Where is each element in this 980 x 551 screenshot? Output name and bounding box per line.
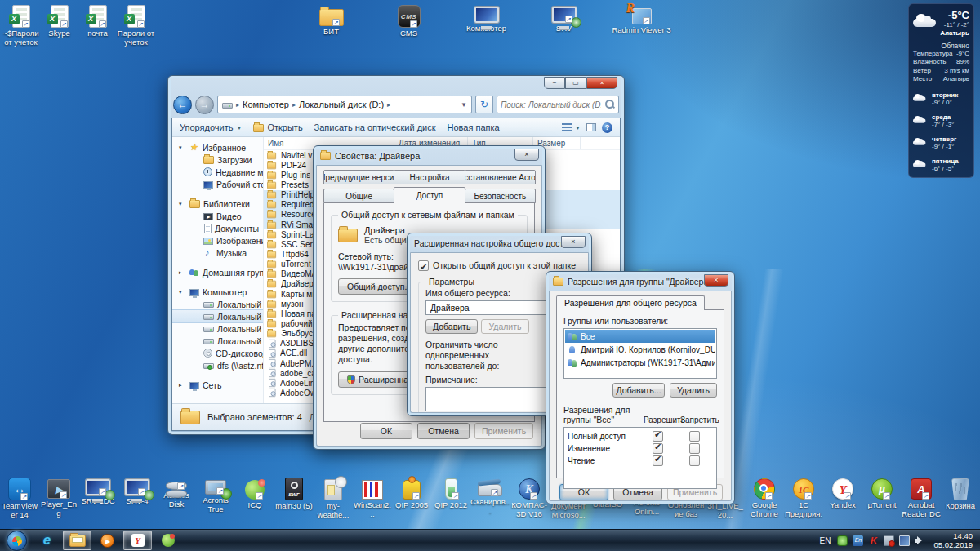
cancel-button[interactable]: Отмена — [417, 423, 470, 439]
sidebar-item[interactable]: Загрузки — [172, 153, 263, 166]
group-row[interactable]: Администраторы (WK1917-31\Администраторы… — [565, 356, 715, 369]
tree-expander-icon[interactable]: ▾ — [179, 201, 186, 207]
deny-checkbox[interactable] — [689, 455, 700, 466]
tree-expander-icon[interactable]: ▸ — [179, 382, 186, 389]
open-button[interactable]: Открыть — [253, 122, 302, 132]
sidebar-item[interactable]: ▸ Домашняя группа — [172, 266, 263, 278]
sidebar-item[interactable]: ▾ Избранное — [172, 141, 263, 153]
desktop-icon[interactable]: TeamViewer 14 — [0, 476, 39, 519]
close-button[interactable]: × — [704, 274, 728, 287]
address-dropdown-icon[interactable]: ▼ — [461, 101, 467, 109]
new-folder-button[interactable]: Новая папка — [448, 122, 500, 132]
taskbar-app-button[interactable] — [123, 531, 152, 550]
group-row[interactable]: Все — [565, 330, 715, 343]
help-button[interactable]: ? — [602, 122, 612, 133]
organize-button[interactable]: Упорядочить▼ — [180, 122, 242, 132]
tree-expander-icon[interactable]: ▸ — [179, 269, 186, 276]
sidebar-item[interactable]: Музыка — [172, 247, 263, 259]
apply-button[interactable]: Применить — [474, 423, 533, 439]
desktop-icon[interactable]: КОМПАС-3D V16 — [510, 476, 549, 519]
network-error-tray-icon[interactable] — [884, 535, 894, 546]
sidebar-item[interactable]: Локальный диск (F:) — [172, 335, 263, 347]
lang-switcher-tray-icon[interactable] — [853, 535, 863, 546]
tab[interactable]: Настройка — [394, 170, 465, 184]
antivirus-tray-icon[interactable] — [837, 535, 848, 546]
start-button[interactable] — [7, 531, 27, 551]
burn-button[interactable]: Записать на оптический диск — [314, 122, 436, 132]
desktop-icon[interactable]: почта — [78, 3, 117, 47]
desktop-icon[interactable]: Google Chrome — [745, 476, 784, 519]
deny-checkbox[interactable] — [689, 443, 700, 454]
desktop-icon[interactable]: Radmin Viewer 3 — [603, 3, 680, 38]
breadcrumb-current[interactable]: Локальный диск (D:) — [299, 100, 384, 109]
refresh-button[interactable]: ↻ — [475, 96, 493, 113]
allow-checkbox[interactable] — [653, 431, 663, 442]
desktop-icon[interactable]: QIP 2005 — [392, 476, 431, 519]
desktop-icon[interactable]: ICQ — [235, 476, 274, 519]
back-button[interactable]: ← — [173, 96, 192, 114]
desktop-icon[interactable]: 1С Предприя... — [784, 476, 823, 519]
close-button[interactable]: × — [514, 149, 539, 161]
desktop-icon[interactable]: my-weathe... — [314, 476, 353, 519]
tree-expander-icon[interactable]: ▾ — [179, 144, 186, 151]
desktop-icon[interactable]: main30 (5) — [274, 476, 314, 519]
tab[interactable]: Восстановление Acronis — [465, 170, 536, 184]
desktop-icon[interactable]: Acronis True Image Flo... — [196, 476, 235, 519]
close-button[interactable]: × — [561, 236, 586, 248]
group-row[interactable]: Дмитрий Ю. Корнилов (Kornilov_DU@astz.nt… — [565, 343, 715, 356]
desktop-icon[interactable]: Skype — [40, 3, 78, 47]
sidebar-item[interactable]: Недавние места — [172, 166, 263, 178]
kaspersky-tray-icon[interactable] — [868, 535, 879, 546]
sidebar-item[interactable]: Документы — [172, 222, 263, 234]
desktop-icon[interactable]: Acronis Disk Director 12 — [157, 476, 196, 519]
desktop-icon[interactable]: Пароли от учеток — [117, 3, 155, 47]
weather-gadget[interactable]: -5°C -11° / -2° Алатырь Облачно Температ… — [908, 3, 974, 178]
share-this-folder-checkbox[interactable] — [418, 260, 429, 271]
learn-more-link[interactable]: Подробнее об управлении доступом и разре… — [564, 500, 710, 501]
taskbar-app-button[interactable] — [93, 531, 122, 550]
desktop-icon[interactable]: Корзина — [941, 476, 980, 519]
sidebar-item[interactable]: Локальный диск (E:) — [172, 322, 263, 335]
taskbar-app-button[interactable] — [154, 531, 182, 550]
maximize-button[interactable]: ▭ — [565, 77, 586, 89]
close-button[interactable]: × — [586, 77, 617, 89]
desktop-icon[interactable]: ~$Пароли от учеток — [2, 3, 40, 47]
desktop-icon[interactable]: Acrobat Reader DC — [902, 476, 941, 519]
allow-checkbox[interactable] — [653, 443, 663, 454]
desktop-icon[interactable]: µTorrent — [862, 476, 902, 519]
sidebar-item[interactable]: Локальный диск (C:) — [172, 298, 263, 310]
tab-share-permissions[interactable]: Разрешения для общего ресурса — [556, 295, 705, 310]
minimize-button[interactable]: − — [544, 77, 565, 89]
sidebar-item[interactable]: ▸ Сеть — [172, 379, 263, 391]
sidebar-item[interactable]: Рабочий стол — [172, 178, 263, 190]
desktop-icon[interactable]: БИТ — [292, 3, 370, 38]
taskbar-app-button[interactable] — [63, 531, 91, 550]
add-button[interactable]: Добавить — [425, 319, 478, 334]
desktop-icon[interactable]: Yandex — [823, 476, 862, 519]
tab[interactable]: Безопасность — [465, 189, 536, 203]
clock[interactable]: 14:40 05.02.2019 — [933, 531, 973, 549]
search-box[interactable] — [497, 96, 619, 113]
sidebar-item[interactable]: Видео — [172, 210, 263, 222]
desktop-icon[interactable]: Компьютер — [448, 3, 525, 38]
ok-button[interactable]: ОК — [360, 423, 412, 439]
remove-button[interactable]: Удалить — [670, 383, 717, 398]
desktop-icon[interactable]: Player_Eng — [39, 476, 78, 519]
tab[interactable]: Доступ — [394, 187, 465, 203]
remove-button[interactable]: Удалить — [481, 319, 528, 334]
sidebar-item[interactable]: Изображения — [172, 234, 263, 247]
search-input[interactable] — [497, 100, 604, 109]
desktop-icon[interactable]: SRV-4 — [118, 476, 157, 519]
sidebar-item[interactable]: Локальный диск (D:) — [172, 310, 263, 322]
sidebar-item[interactable]: ▾ Компьютер — [172, 286, 263, 298]
tab[interactable]: Предыдущие версии — [323, 170, 394, 184]
views-button[interactable]: ▼ — [562, 123, 581, 131]
sidebar-item[interactable]: dfs (\\astz.ntwk) (Z:) — [172, 359, 263, 371]
desktop-icon[interactable]: QIP 2012 — [431, 476, 470, 519]
preview-pane-button[interactable] — [586, 123, 596, 131]
add-button[interactable]: Добавить... — [612, 383, 665, 398]
desktop-icon[interactable]: CMS — [370, 3, 448, 38]
desktop-icon[interactable]: WinScan2... — [353, 476, 392, 519]
taskbar-app-button[interactable] — [33, 531, 61, 550]
volume-tray-icon[interactable] — [915, 535, 925, 546]
